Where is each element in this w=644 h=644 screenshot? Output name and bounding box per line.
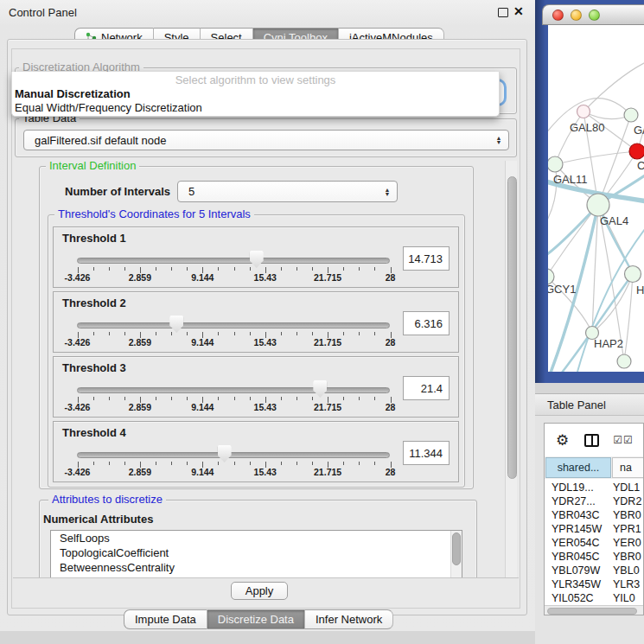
table-panel-header: Table Panel [535, 393, 644, 416]
minimize-traffic-light-icon[interactable] [571, 10, 582, 21]
apply-button[interactable]: Apply [231, 582, 288, 600]
axis-tick-label: 21.715 [314, 337, 341, 348]
attributes-group-title: Attributes to discretize [48, 494, 166, 506]
table-row[interactable]: YPR145WYPR1 [545, 522, 644, 536]
scrollbar-thumb[interactable] [547, 608, 637, 615]
apply-row: Apply [13, 577, 519, 609]
table-row[interactable]: YBL079WYBL0 [545, 564, 644, 577]
node-circle[interactable] [587, 194, 609, 216]
axis-tick-label: -3.426 [65, 337, 91, 348]
control-panel-titlebar: Control Panel ✕ [0, 0, 535, 24]
slider-track[interactable] [77, 258, 390, 264]
network-window-titlebar[interactable] [542, 4, 644, 25]
slider-handle[interactable] [313, 380, 327, 398]
table-toolbar: ⚙ ☑☑ [545, 424, 643, 456]
axis-tick-label: 15.43 [254, 402, 277, 412]
node-circle[interactable] [625, 266, 641, 283]
axis-tick-label: 28 [386, 272, 396, 283]
node-selected-circle[interactable] [629, 143, 644, 159]
threshold-value-field[interactable]: 14.713 [403, 246, 450, 271]
table-row[interactable]: YBR043CYBR0 [545, 508, 644, 522]
axis-tick-label: -3.426 [65, 272, 91, 283]
node-circle[interactable] [577, 105, 590, 118]
node-circle[interactable] [624, 108, 638, 122]
node-circle[interactable] [548, 156, 563, 172]
table-row[interactable]: YBR045CYBR0 [545, 550, 644, 564]
threshold-label: Threshold 3 [62, 361, 126, 374]
threshold-value-field[interactable]: 21.4 [403, 376, 450, 400]
axis-tick-label: 15.43 [254, 337, 277, 348]
attribute-item[interactable]: SelfLoops [51, 531, 462, 545]
table-row[interactable]: YLR345WYLR3 [545, 577, 644, 591]
number-of-intervals-combobox[interactable]: 5 ▲▼ [177, 181, 398, 202]
node-label: GAL11 [553, 173, 588, 186]
column-header-name[interactable]: na [612, 457, 644, 478]
table-row[interactable]: YIL052CYIL0 [545, 591, 644, 605]
table-data-combobox[interactable]: galFiltered.sif default node ▲▼ [23, 130, 509, 150]
split-columns-icon[interactable] [584, 434, 599, 447]
algorithm-dropdown-popup: Select algorithm to view settings Manual… [11, 72, 500, 117]
algorithm-option[interactable]: Equal Width/Frequency Discretization [12, 101, 499, 115]
axis-tick-label: 28 [386, 337, 396, 348]
slider-handle[interactable] [169, 316, 183, 333]
threshold-label: Threshold 2 [62, 296, 126, 309]
table-data-value: galFiltered.sif default node [24, 134, 493, 147]
threshold-value-field[interactable]: 6.316 [403, 311, 450, 335]
axis-tick-label: 15.43 [254, 272, 277, 283]
node-circle[interactable] [617, 354, 631, 368]
slider-track[interactable] [77, 452, 390, 458]
threshold-value-field[interactable]: 11.344 [403, 441, 450, 465]
float-window-icon[interactable] [498, 8, 508, 17]
slider-handle[interactable] [218, 445, 232, 462]
node-label: GA [634, 124, 644, 137]
thresholds-group-title: Threshold's Coordinates for 5 Intervals [54, 208, 254, 220]
axis-tick-label: 2.859 [129, 402, 151, 412]
axis-tick-label: 9.144 [191, 467, 214, 477]
threshold-panel: Threshold 4 -3.4262.8599.14415.4321.7152… [53, 421, 459, 482]
gear-icon[interactable]: ⚙ [556, 431, 569, 450]
threshold-label: Threshold 1 [62, 232, 126, 245]
tab-infer-network[interactable]: Infer Network [305, 609, 393, 629]
slider-track[interactable] [77, 387, 390, 393]
axis-tick-label: 21.715 [314, 467, 341, 477]
axis-tick-label: 9.144 [191, 337, 214, 348]
numerical-attributes-list[interactable]: SelfLoopsTopologicalCoefficientBetweenne… [50, 530, 462, 577]
settings-scroll-area: Interval Definition Number of Intervals … [13, 161, 519, 577]
network-canvas[interactable]: GAL80 GAL11 GAL4 GCY1 HAP2 GA C H [548, 25, 644, 372]
column-header-shared-name[interactable]: shared... [545, 457, 611, 478]
close-traffic-light-icon[interactable] [552, 10, 564, 21]
scrollbar-thumb[interactable] [507, 176, 517, 479]
horizontal-scrollbar[interactable] [545, 605, 643, 615]
zoom-traffic-light-icon[interactable] [589, 10, 600, 21]
tab-impute-data[interactable]: Impute Data [124, 609, 207, 629]
select-columns-icon[interactable]: ☑☑ [613, 434, 634, 446]
attribute-item[interactable]: TopologicalCoefficient [51, 545, 462, 560]
numerical-attributes-label: Numerical Attributes [43, 513, 153, 526]
table-row[interactable]: YDR27...YDR2 [545, 494, 644, 508]
axis-tick-label: 9.144 [191, 272, 214, 283]
axis-tick-label: -3.426 [65, 402, 91, 412]
vertical-scrollbar[interactable] [505, 161, 517, 577]
table-row[interactable]: YDL19...YDL1 [545, 481, 644, 494]
node-label: C [637, 159, 644, 172]
table-row[interactable]: YER054CYER0 [545, 536, 644, 550]
slider-track[interactable] [77, 322, 390, 328]
close-icon[interactable]: ✕ [513, 4, 524, 18]
node-label: GAL4 [600, 214, 628, 227]
axis-tick-label: 21.715 [314, 402, 341, 412]
attribute-item[interactable]: BetweennessCentrality [51, 560, 462, 575]
threshold-panel: Threshold 1 -3.4262.8599.14415.4321.7152… [53, 226, 459, 288]
threshold-panel: Threshold 3 -3.4262.8599.14415.4321.7152… [53, 356, 459, 418]
table-panel-body: ⚙ ☑☑ shared... na YDL19...YDL1YDR27...YD… [535, 416, 644, 644]
combo-stepper-icon: ▲▼ [381, 188, 393, 196]
axis-tick-label: 28 [386, 467, 396, 477]
cyni-mode-tabs: Impute DataDiscretize DataInfer Network [124, 609, 393, 629]
axis-tick-label: 2.859 [129, 467, 151, 477]
list-scrollbar[interactable] [450, 531, 462, 577]
slider-handle[interactable] [250, 251, 264, 268]
tab-discretize-data[interactable]: Discretize Data [207, 609, 305, 629]
algorithm-option[interactable]: Manual Discretization [12, 87, 499, 101]
axis-tick-label: -3.426 [65, 467, 91, 477]
axis-tick-label: 2.859 [129, 272, 151, 283]
axis-tick-label: 9.144 [191, 402, 214, 412]
